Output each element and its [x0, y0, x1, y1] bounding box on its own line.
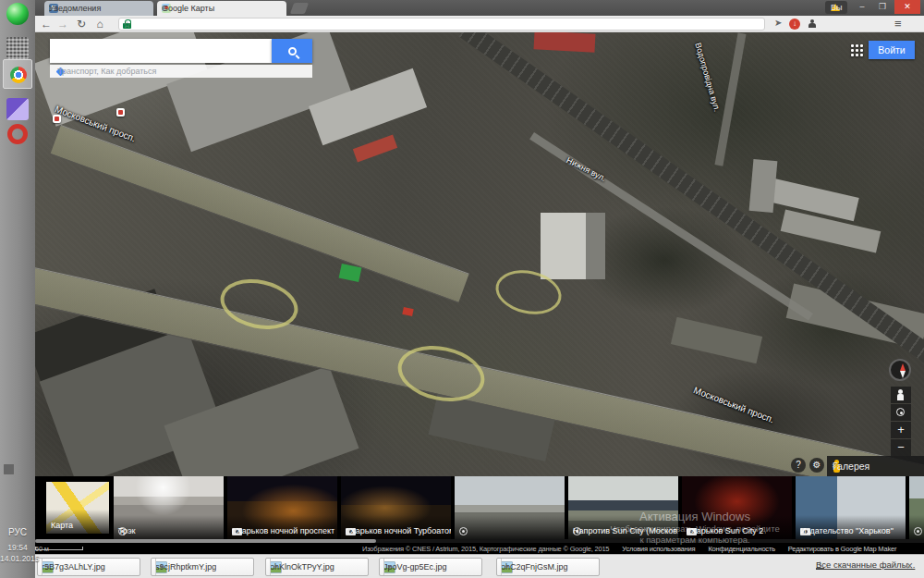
download-dropdown-icon[interactable]: ▾: [42, 559, 50, 575]
opera-app-icon[interactable]: [7, 124, 28, 144]
streetview-icon: [459, 527, 468, 535]
google-apps-grid-icon[interactable]: [850, 43, 863, 56]
extension-person-icon[interactable]: [808, 19, 817, 29]
tab-notifications[interactable]: В Уведомления ×: [44, 1, 153, 16]
gallery-thumbnail[interactable]: г.Харьков ночной Турбоатом: [341, 476, 451, 539]
reload-icon[interactable]: ↻: [74, 17, 89, 31]
extension-arrow-icon[interactable]: ➤: [774, 18, 782, 28]
menu-icon[interactable]: ≡: [894, 17, 902, 31]
address-bar[interactable]: https://www.google.com.ua/maps/@49.97005…: [118, 18, 765, 31]
profile-name: Вы: [831, 3, 842, 12]
windows-taskbar: РУС 19:54 14.01.2015: [0, 0, 35, 578]
thumbnail-caption: Издательство "Харьков": [800, 526, 894, 535]
tab-close-icon[interactable]: ×: [162, 4, 166, 13]
download-dropdown-icon[interactable]: ▾: [155, 559, 164, 575]
minimize-button[interactable]: –: [852, 0, 872, 14]
home-icon[interactable]: ⌂: [92, 17, 107, 31]
show-all-label: Все скачанные файлы...: [816, 560, 915, 570]
download-item[interactable]: r5B7g3ALhLY.jpg ▾: [37, 558, 140, 576]
photo-carousel: Карта Трэк г.Харьков ночной проспект г.Х…: [35, 476, 924, 542]
bus-stop-icon[interactable]: [53, 115, 61, 123]
map-viewport[interactable]: Московський просп. Нижня вул. Водопровід…: [35, 32, 924, 476]
back-icon[interactable]: ←: [39, 17, 54, 31]
download-item[interactable]: s9cjRhptkmY.jpg ▾: [151, 558, 254, 576]
search-input[interactable]: [50, 39, 272, 63]
gallery-thumbnail[interactable]: [909, 476, 924, 539]
language-indicator[interactable]: РУС: [0, 527, 35, 537]
map-mode-card[interactable]: Карта: [46, 482, 109, 534]
download-item[interactable]: ohKlnOkTPyY.jpg ▾: [265, 558, 369, 576]
shelf-close-icon[interactable]: ×: [906, 560, 913, 572]
download-item[interactable]: JpoVg-gp5Ec.jpg ▾: [379, 558, 482, 576]
compass-north-needle: [900, 363, 906, 371]
tab-title: Уведомления: [49, 4, 149, 13]
clock-date[interactable]: 14.01.2015: [0, 554, 35, 563]
chevron-down-icon[interactable]: »: [830, 463, 841, 469]
browser-toolbar: ← → ↻ ⌂ https://www.google.com.ua/maps/@…: [35, 16, 924, 32]
thumbnail-caption: г.Харьков ночной проспект: [232, 526, 334, 535]
sign-in-button[interactable]: Войти: [869, 41, 915, 59]
tray-network-icon[interactable]: [4, 464, 14, 474]
map-status-bar: Изображения © CNES / Astrium, 2015, Карт…: [35, 543, 924, 554]
gallery-thumbnail[interactable]: [455, 476, 565, 539]
compass-south-needle: [900, 371, 906, 378]
gallery-thumbnail[interactable]: Издательство "Харьков": [796, 476, 906, 539]
my-location-button[interactable]: [891, 404, 911, 421]
terms-link[interactable]: Условия использования: [622, 545, 695, 553]
tab-title: Google Карты: [162, 4, 282, 13]
clock-time[interactable]: 19:54: [0, 543, 35, 552]
zoom-out-button[interactable]: −: [891, 439, 911, 456]
scale-bar: [35, 547, 83, 550]
download-filename: ohC2qFnjGsM.jpg: [501, 562, 568, 572]
green-orb-app-icon[interactable]: [6, 3, 29, 25]
download-filename: s9cjRhptkmY.jpg: [155, 562, 216, 572]
chrome-taskbar-button[interactable]: [3, 59, 32, 89]
gallery-toggle[interactable]: Галерея »: [827, 456, 924, 476]
maximize-button[interactable]: ❐: [872, 0, 893, 14]
compass-control[interactable]: [889, 359, 911, 381]
map-maker-link[interactable]: Редактировать в Google Map Maker: [788, 545, 896, 553]
chrome-icon: [10, 67, 27, 83]
tab-google-maps[interactable]: Google Карты ×: [157, 1, 286, 16]
download-item[interactable]: ohC2qFnjGsM.jpg ▾: [496, 558, 600, 576]
satellite-imagery: [35, 32, 924, 476]
bus-stop-icon[interactable]: [116, 108, 125, 117]
extension-download-icon[interactable]: ↓: [789, 18, 800, 30]
search-icon: [288, 47, 297, 55]
gallery-thumbnail[interactable]: Трэк: [114, 476, 224, 539]
streetview-icon: [914, 527, 922, 535]
thumbnail-caption: Трэк: [118, 526, 136, 535]
pixel-game-app-icon[interactable]: [6, 37, 29, 59]
transport-directions-bar[interactable]: Транспорт, Как добраться: [50, 65, 312, 78]
gallery-thumbnail[interactable]: г.Харьков Sun City 2: [682, 476, 792, 539]
close-button[interactable]: ✕: [894, 0, 920, 14]
thumbnail-caption: г.Харьков ночной Турбоатом: [346, 526, 451, 535]
forward-icon[interactable]: →: [55, 17, 70, 31]
help-button[interactable]: ?: [791, 458, 806, 473]
browser-window: В Уведомления × Google Карты × Вы – ❐ ✕ …: [35, 0, 924, 578]
thumbnail-caption: Карта: [51, 521, 73, 530]
profile-badge[interactable]: Вы: [825, 1, 847, 14]
download-dropdown-icon[interactable]: ▾: [501, 559, 509, 575]
download-filename: JpoVg-gp5Ec.jpg: [383, 562, 447, 572]
gallery-thumbnail[interactable]: г.Харьков ночной проспект: [227, 476, 337, 539]
download-filename: r5B7g3ALhLY.jpg: [42, 562, 105, 572]
settings-gear-icon[interactable]: ⚙: [809, 458, 824, 473]
search-button[interactable]: [272, 39, 312, 63]
screen: РУС 19:54 14.01.2015 В Уведомления × Goo…: [0, 0, 924, 578]
tab-strip: В Уведомления × Google Карты × Вы – ❐ ✕: [35, 0, 924, 16]
download-filename: ohKlnOkTPyY.jpg: [270, 562, 334, 572]
privacy-link[interactable]: Конфиденциальность: [708, 545, 774, 553]
download-dropdown-icon[interactable]: ▾: [383, 559, 392, 575]
transport-hint-label: Транспорт, Как добраться: [57, 67, 156, 76]
thumbnail-caption: г.Харьков Sun City 2: [687, 526, 763, 535]
tab-close-icon[interactable]: ×: [49, 4, 54, 13]
kmplayer-app-icon[interactable]: [6, 98, 29, 120]
new-tab-button[interactable]: [290, 3, 309, 14]
show-all-downloads-link[interactable]: ↓ Все скачанные файлы...: [816, 560, 915, 570]
download-dropdown-icon[interactable]: ▾: [270, 559, 278, 575]
bookmark-star-icon[interactable]: ☆: [123, 19, 131, 30]
pegman-control[interactable]: [891, 387, 911, 403]
gallery-thumbnail[interactable]: Напротив Sun City (Москов...: [568, 476, 678, 539]
zoom-in-button[interactable]: +: [891, 422, 911, 438]
